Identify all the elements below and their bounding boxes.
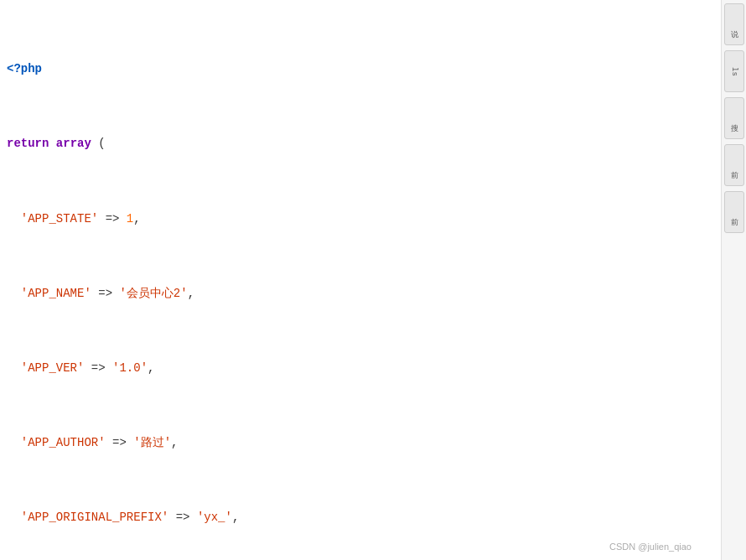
- code-line-5: 'APP_VER' => '1.0',: [0, 359, 721, 377]
- code-editor: <?php return array ( 'APP_STATE' => 1, '…: [0, 0, 721, 560]
- code-line-3: 'APP_STATE' => 1,: [0, 210, 721, 228]
- right-sidebar: 说 ls 搜 前 前: [721, 0, 746, 560]
- code-line-1: <?php: [0, 60, 721, 78]
- sidebar-btn-1[interactable]: 说: [724, 3, 744, 45]
- sidebar-btn-4[interactable]: 前: [724, 144, 744, 186]
- sidebar-btn-5[interactable]: 前: [724, 191, 744, 233]
- code-line-4: 'APP_NAME' => '会员中心2',: [0, 284, 721, 303]
- code-line-7: 'APP_ORIGINAL_PREFIX' => 'yx_',: [0, 508, 721, 526]
- code-line-2: return array (: [0, 134, 721, 153]
- code-line-6: 'APP_AUTHOR' => '路过',: [0, 433, 721, 452]
- sidebar-btn-2[interactable]: ls: [724, 50, 744, 92]
- sidebar-btn-3[interactable]: 搜: [724, 97, 744, 139]
- watermark: CSDN @julien_qiao: [609, 542, 692, 552]
- code-content: <?php return array ( 'APP_STATE' => 1, '…: [0, 0, 721, 560]
